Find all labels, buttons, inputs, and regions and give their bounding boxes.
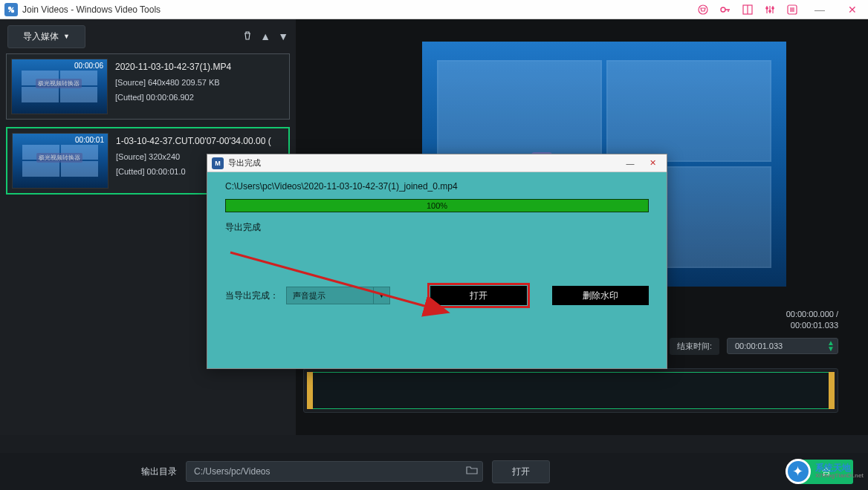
trim-handle-right[interactable]: [829, 372, 835, 409]
trim-handle-left[interactable]: [307, 372, 313, 409]
timeline-clip[interactable]: [307, 372, 835, 409]
dialog-titlebar: M 导出完成 — ✕: [207, 154, 667, 172]
move-up-icon[interactable]: ▲: [260, 30, 271, 42]
svg-point-1: [11, 9, 14, 12]
open-output-button[interactable]: 打开: [492, 460, 550, 483]
spinner-icon[interactable]: ▲▼: [827, 340, 835, 352]
dropdown-caret-icon: ▼: [63, 33, 70, 40]
dialog-title: 导出完成: [228, 157, 261, 169]
layout-icon[interactable]: [742, 4, 754, 16]
watermark-badge-icon: ✦: [786, 459, 811, 484]
duration-badge: 00:00:01: [75, 136, 104, 144]
menu-icon[interactable]: [786, 4, 798, 16]
window-title: Join Videos - Windows Video Tools: [22, 4, 161, 15]
bottom-bar: 输出目录 C:/Users/pc/Videos 打开 合: [0, 453, 868, 490]
svg-point-0: [8, 6, 11, 9]
media-source: [Source] 640x480 209.57 KB: [115, 78, 285, 87]
media-thumbnail: 极光视频转换器 00:00:06: [11, 59, 108, 114]
export-complete-dialog: M 导出完成 — ✕ C:\Users\pc\Videos\2020-11-03…: [207, 154, 667, 369]
media-info: 2020-11-03-10-42-37(1).MP4 [Source] 640x…: [115, 59, 285, 114]
dialog-app-icon: M: [212, 157, 224, 169]
dialog-open-button[interactable]: 打开: [430, 286, 527, 305]
media-toolbar: 导入媒体 ▼ ▲ ▼: [0, 19, 296, 53]
media-thumbnail: 极光视频转换器 00:00:01: [12, 133, 108, 189]
chevron-down-icon: ▼: [373, 287, 389, 304]
progress-bar: 100%: [225, 199, 649, 212]
svg-point-3: [699, 5, 707, 14]
svg-point-10: [766, 7, 768, 8]
dialog-minimize-button[interactable]: —: [621, 157, 640, 170]
output-path-input[interactable]: C:/Users/pc/Videos: [186, 461, 483, 482]
end-time-label: 结束时间:: [670, 338, 719, 355]
remove-watermark-button[interactable]: 删除水印: [552, 286, 649, 305]
svg-point-4: [721, 7, 725, 12]
export-file-path: C:\Users\pc\Videos\2020-11-03-10-42-37(1…: [225, 181, 649, 192]
duration-badge: 00:00:06: [74, 62, 103, 70]
settings-icon[interactable]: [764, 4, 776, 16]
output-dir-label: 输出目录: [141, 466, 177, 478]
minimize-button[interactable]: —: [809, 1, 831, 18]
page-watermark: ✦ 系统天地 XiTongTianDi.net: [786, 459, 864, 484]
svg-point-11: [769, 10, 771, 11]
move-down-icon[interactable]: ▼: [278, 30, 288, 42]
titlebar: Join Videos - Windows Video Tools — ✕: [0, 0, 868, 19]
delete-icon[interactable]: [242, 30, 253, 43]
media-item[interactable]: 极光视频转换器 00:00:06 2020-11-03-10-42-37(1).…: [6, 53, 290, 120]
media-name: 2020-11-03-10-42-37(1).MP4: [115, 62, 285, 72]
on-complete-dropdown[interactable]: 声音提示 ▼: [286, 287, 390, 304]
progress-text: 100%: [226, 200, 648, 212]
svg-point-12: [772, 7, 774, 8]
export-status: 导出完成: [225, 221, 649, 234]
end-time-input[interactable]: 00:00:01.033 ▲▼: [727, 338, 838, 354]
dialog-close-button[interactable]: ✕: [643, 157, 662, 170]
cart-icon[interactable]: [697, 4, 709, 16]
browse-folder-icon[interactable]: [466, 465, 478, 477]
dialog-body: C:\Users\pc\Videos\2020-11-03-10-42-37(1…: [207, 172, 667, 314]
timeline-track[interactable]: [303, 368, 838, 413]
app-icon: [4, 3, 18, 16]
import-media-button[interactable]: 导入媒体 ▼: [7, 25, 85, 48]
on-complete-label: 当导出完成：: [225, 290, 279, 302]
import-label: 导入媒体: [23, 30, 59, 43]
close-button[interactable]: ✕: [841, 1, 864, 18]
media-name: 1-03-10-42-37.CUT.00'07-00'34.00.00 (: [116, 136, 284, 146]
key-icon[interactable]: [719, 4, 731, 16]
media-cutted: [Cutted] 00:00:06.902: [115, 93, 285, 102]
